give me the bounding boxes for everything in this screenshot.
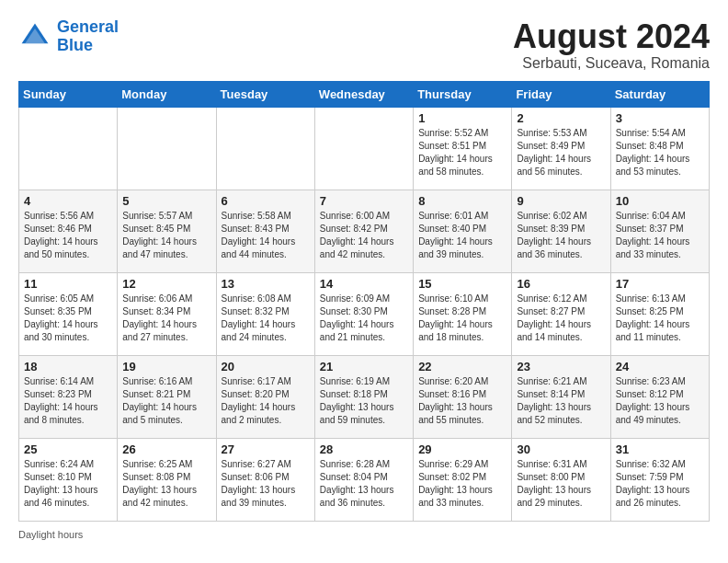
day-number: 8 — [418, 194, 506, 208]
footer-text: Daylight hours — [18, 529, 83, 540]
day-info: Sunrise: 6:00 AM Sunset: 8:42 PM Dayligh… — [320, 210, 408, 261]
day-number: 31 — [616, 442, 704, 456]
day-number: 5 — [122, 194, 210, 208]
day-info: Sunrise: 5:56 AM Sunset: 8:46 PM Dayligh… — [24, 210, 112, 261]
day-of-week-header: Sunday — [19, 81, 118, 107]
day-number: 22 — [418, 360, 506, 373]
calendar-cell — [216, 107, 314, 190]
day-info: Sunrise: 6:29 AM Sunset: 8:02 PM Dayligh… — [418, 458, 506, 510]
calendar-cell: 13Sunrise: 6:08 AM Sunset: 8:32 PM Dayli… — [216, 272, 314, 355]
day-number: 24 — [616, 360, 704, 373]
day-number: 20 — [222, 360, 310, 373]
day-of-week-header: Thursday — [414, 81, 512, 107]
day-info: Sunrise: 6:04 AM Sunset: 8:37 PM Dayligh… — [616, 210, 704, 261]
calendar-table: SundayMondayTuesdayWednesdayThursdayFrid… — [18, 81, 710, 522]
logo: General Blue — [18, 18, 119, 55]
calendar-cell — [314, 107, 413, 190]
day-number: 4 — [24, 194, 112, 208]
calendar-cell: 16Sunrise: 6:12 AM Sunset: 8:27 PM Dayli… — [512, 272, 610, 355]
calendar-cell: 1Sunrise: 5:52 AM Sunset: 8:51 PM Daylig… — [414, 107, 512, 190]
day-info: Sunrise: 5:52 AM Sunset: 8:51 PM Dayligh… — [418, 127, 506, 178]
calendar-cell: 17Sunrise: 6:13 AM Sunset: 8:25 PM Dayli… — [610, 272, 709, 355]
calendar-cell: 14Sunrise: 6:09 AM Sunset: 8:30 PM Dayli… — [314, 272, 413, 355]
calendar-cell: 25Sunrise: 6:24 AM Sunset: 8:10 PM Dayli… — [19, 438, 118, 521]
calendar-cell: 20Sunrise: 6:17 AM Sunset: 8:20 PM Dayli… — [216, 355, 314, 438]
footer: Daylight hours — [18, 529, 710, 540]
day-number: 13 — [222, 277, 310, 291]
day-of-week-header: Monday — [118, 81, 216, 107]
calendar-cell: 30Sunrise: 6:31 AM Sunset: 8:00 PM Dayli… — [512, 438, 610, 521]
day-info: Sunrise: 6:28 AM Sunset: 8:04 PM Dayligh… — [320, 458, 408, 510]
day-number: 15 — [418, 277, 506, 291]
day-info: Sunrise: 6:12 AM Sunset: 8:27 PM Dayligh… — [517, 293, 605, 344]
calendar-cell — [118, 107, 216, 190]
calendar-cell: 23Sunrise: 6:21 AM Sunset: 8:14 PM Dayli… — [512, 355, 610, 438]
calendar-cell: 15Sunrise: 6:10 AM Sunset: 8:28 PM Dayli… — [414, 272, 512, 355]
day-number: 17 — [616, 277, 704, 291]
day-info: Sunrise: 6:17 AM Sunset: 8:20 PM Dayligh… — [222, 375, 310, 427]
calendar-week-row: 25Sunrise: 6:24 AM Sunset: 8:10 PM Dayli… — [19, 438, 710, 521]
calendar-cell: 19Sunrise: 6:16 AM Sunset: 8:21 PM Dayli… — [118, 355, 216, 438]
day-of-week-header: Friday — [512, 81, 610, 107]
calendar-cell: 10Sunrise: 6:04 AM Sunset: 8:37 PM Dayli… — [610, 190, 709, 272]
day-info: Sunrise: 6:02 AM Sunset: 8:39 PM Dayligh… — [517, 210, 605, 261]
day-info: Sunrise: 6:31 AM Sunset: 8:00 PM Dayligh… — [517, 458, 605, 510]
calendar-cell: 29Sunrise: 6:29 AM Sunset: 8:02 PM Dayli… — [414, 438, 512, 521]
calendar-cell: 28Sunrise: 6:28 AM Sunset: 8:04 PM Dayli… — [314, 438, 413, 521]
day-info: Sunrise: 6:19 AM Sunset: 8:18 PM Dayligh… — [320, 375, 408, 427]
calendar-cell: 12Sunrise: 6:06 AM Sunset: 8:34 PM Dayli… — [118, 272, 216, 355]
logo-icon — [18, 20, 51, 53]
day-info: Sunrise: 6:08 AM Sunset: 8:32 PM Dayligh… — [222, 293, 310, 344]
calendar-header-row: SundayMondayTuesdayWednesdayThursdayFrid… — [19, 81, 710, 107]
day-number: 27 — [222, 442, 310, 456]
day-info: Sunrise: 6:32 AM Sunset: 7:59 PM Dayligh… — [616, 458, 704, 510]
day-number: 19 — [122, 360, 210, 373]
day-number: 29 — [418, 442, 506, 456]
page-header: General Blue August 2024 Serbauti, Sucea… — [18, 18, 710, 72]
day-of-week-header: Tuesday — [216, 81, 314, 107]
day-number: 10 — [616, 194, 704, 208]
day-number: 26 — [122, 442, 210, 456]
calendar-cell: 11Sunrise: 6:05 AM Sunset: 8:35 PM Dayli… — [19, 272, 118, 355]
day-number: 1 — [418, 111, 506, 125]
calendar-cell: 5Sunrise: 5:57 AM Sunset: 8:45 PM Daylig… — [118, 190, 216, 272]
day-number: 18 — [24, 360, 112, 373]
day-of-week-header: Saturday — [610, 81, 709, 107]
calendar-cell: 4Sunrise: 5:56 AM Sunset: 8:46 PM Daylig… — [19, 190, 118, 272]
day-info: Sunrise: 6:14 AM Sunset: 8:23 PM Dayligh… — [24, 375, 112, 427]
calendar-cell: 26Sunrise: 6:25 AM Sunset: 8:08 PM Dayli… — [118, 438, 216, 521]
calendar-week-row: 11Sunrise: 6:05 AM Sunset: 8:35 PM Dayli… — [19, 272, 710, 355]
day-number: 3 — [616, 111, 704, 125]
day-info: Sunrise: 6:01 AM Sunset: 8:40 PM Dayligh… — [418, 210, 506, 261]
calendar-cell: 3Sunrise: 5:54 AM Sunset: 8:48 PM Daylig… — [610, 107, 709, 190]
title-block: August 2024 Serbauti, Suceava, Romania — [513, 18, 710, 72]
day-info: Sunrise: 5:57 AM Sunset: 8:45 PM Dayligh… — [122, 210, 210, 261]
calendar-week-row: 4Sunrise: 5:56 AM Sunset: 8:46 PM Daylig… — [19, 190, 710, 272]
day-number: 23 — [517, 360, 605, 373]
day-info: Sunrise: 5:54 AM Sunset: 8:48 PM Dayligh… — [616, 127, 704, 178]
day-number: 11 — [24, 277, 112, 291]
calendar-week-row: 1Sunrise: 5:52 AM Sunset: 8:51 PM Daylig… — [19, 107, 710, 190]
logo-text: General Blue — [57, 18, 119, 55]
day-info: Sunrise: 6:10 AM Sunset: 8:28 PM Dayligh… — [418, 293, 506, 344]
calendar-cell: 2Sunrise: 5:53 AM Sunset: 8:49 PM Daylig… — [512, 107, 610, 190]
day-info: Sunrise: 6:25 AM Sunset: 8:08 PM Dayligh… — [122, 458, 210, 510]
day-info: Sunrise: 6:20 AM Sunset: 8:16 PM Dayligh… — [418, 375, 506, 427]
day-number: 21 — [320, 360, 408, 373]
day-number: 6 — [222, 194, 310, 208]
calendar-cell: 6Sunrise: 5:58 AM Sunset: 8:43 PM Daylig… — [216, 190, 314, 272]
day-info: Sunrise: 6:21 AM Sunset: 8:14 PM Dayligh… — [517, 375, 605, 427]
calendar-cell: 24Sunrise: 6:23 AM Sunset: 8:12 PM Dayli… — [610, 355, 709, 438]
day-number: 25 — [24, 442, 112, 456]
day-info: Sunrise: 5:53 AM Sunset: 8:49 PM Dayligh… — [517, 127, 605, 178]
location: Serbauti, Suceava, Romania — [513, 55, 710, 72]
day-of-week-header: Wednesday — [314, 81, 413, 107]
day-info: Sunrise: 6:13 AM Sunset: 8:25 PM Dayligh… — [616, 293, 704, 344]
day-info: Sunrise: 6:23 AM Sunset: 8:12 PM Dayligh… — [616, 375, 704, 427]
day-info: Sunrise: 5:58 AM Sunset: 8:43 PM Dayligh… — [222, 210, 310, 261]
calendar-cell — [19, 107, 118, 190]
day-info: Sunrise: 6:06 AM Sunset: 8:34 PM Dayligh… — [122, 293, 210, 344]
day-info: Sunrise: 6:24 AM Sunset: 8:10 PM Dayligh… — [24, 458, 112, 510]
day-info: Sunrise: 6:05 AM Sunset: 8:35 PM Dayligh… — [24, 293, 112, 344]
logo-line1: General — [57, 17, 119, 36]
